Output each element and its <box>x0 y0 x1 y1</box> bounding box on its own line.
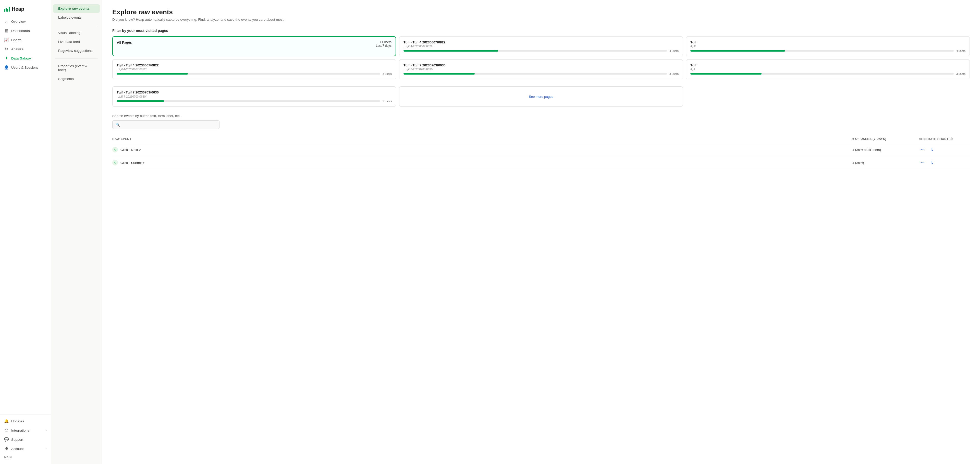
second-panel: Explore raw events Labeled events Visual… <box>51 0 102 464</box>
bar-container <box>690 73 954 75</box>
bar-fill <box>117 73 188 75</box>
sidebar-item-label: Analyze <box>11 47 24 51</box>
sidebar-item-support[interactable]: 💬 Support <box>0 435 51 444</box>
col-header-event: Raw event <box>112 137 853 141</box>
sidebar-bottom: 🔔 Updates ⬡ Integrations › 💬 Support ⚙ A… <box>0 414 51 460</box>
pages-grid-row1: All Pages 11 users Last 7 days Tgif - Tg… <box>112 36 970 79</box>
page-card-bar-row: 4 users <box>690 49 966 53</box>
users-cell: 4 (36%) <box>853 161 919 165</box>
logo-icon <box>4 6 10 12</box>
page-card-bar-row: 2 users <box>117 100 392 103</box>
sidebar-item-data-galaxy[interactable]: ✦ Data Galaxy <box>0 54 51 63</box>
event-cell: ↻ Click - Submit > <box>112 160 853 166</box>
search-input[interactable] <box>122 123 216 127</box>
bar-users: 4 users <box>670 49 679 53</box>
panel-item-properties[interactable]: Properties (event & user) <box>53 62 100 74</box>
see-more-pages-link[interactable]: See more pages <box>529 95 553 99</box>
table-row: ↻ Click - Next > 4 (36% of all users) 〰 … <box>112 143 970 156</box>
table-header: Raw event # of users (7 days) Generate c… <box>112 135 970 143</box>
bar-fill <box>117 100 164 102</box>
logo: Heap <box>0 4 51 17</box>
bar-container <box>404 50 667 52</box>
analyze-icon: ↻ <box>4 47 9 51</box>
info-icon[interactable]: ⓘ <box>950 137 953 141</box>
chart-icon: 📈 <box>4 38 9 42</box>
sidebar: Heap ⌂ Overview ▦ Dashboards 📈 Charts ↻ … <box>0 0 51 464</box>
page-card-bar-row: 3 users <box>117 72 392 75</box>
sidebar-nav: ⌂ Overview ▦ Dashboards 📈 Charts ↻ Analy… <box>0 17 51 414</box>
panel-item-segments[interactable]: Segments <box>53 75 100 83</box>
col-header-users: # of users (7 days) <box>853 137 919 141</box>
bar-users: 3 users <box>670 72 679 75</box>
page-card-sub: ...tgif-4-20230607t0822/ <box>117 68 392 71</box>
sidebar-item-analyze[interactable]: ↻ Analyze <box>0 45 51 54</box>
page-card-title: Tgif <box>690 63 966 68</box>
sidebar-section-main: Main <box>0 453 51 460</box>
panel-item-pageview-suggestions[interactable]: Pageview suggestions <box>53 46 100 55</box>
panel-item-live-data-feed[interactable]: Live data feed <box>53 38 100 46</box>
sidebar-item-overview[interactable]: ⌂ Overview <box>0 17 51 26</box>
page-title: Explore raw events <box>112 8 970 16</box>
page-card-title: Tgif - Tgif 7 20230703t0630 <box>117 90 392 95</box>
support-icon: 💬 <box>4 437 9 442</box>
page-card-tgif-top[interactable]: Tgif /tgif/ 4 users <box>686 36 970 56</box>
funnel-chart-button-1[interactable]: ⇂ <box>929 159 935 166</box>
sidebar-item-label: Overview <box>11 20 25 24</box>
chart-cell: 〰 ⇂ <box>919 146 970 153</box>
panel-item-visual-labeling[interactable]: Visual labeling <box>53 29 100 37</box>
line-chart-button-0[interactable]: 〰 <box>919 147 925 153</box>
page-card-title: Tgif - Tgif 7 20230703t0630 <box>404 63 679 68</box>
empty-cell <box>686 86 970 107</box>
grid-icon: ▦ <box>4 28 9 33</box>
event-icon: ↻ <box>112 147 118 153</box>
page-card-sub: ...tgif-4-20230607t0822/ <box>404 45 679 48</box>
page-card-bar-row: 3 users <box>690 72 966 75</box>
panel-item-labeled-events[interactable]: Labeled events <box>53 13 100 22</box>
sidebar-item-integrations[interactable]: ⬡ Integrations › <box>0 426 51 435</box>
sidebar-item-users-sessions[interactable]: 👤 Users & Sessions <box>0 63 51 72</box>
sidebar-item-account[interactable]: ⚙ Account › <box>0 444 51 453</box>
page-card-tgif7-0630-bot[interactable]: Tgif - Tgif 7 20230703t0630 ...tgif-7-20… <box>112 86 396 107</box>
see-more-pages-cell: See more pages <box>399 86 683 107</box>
page-card-title: Tgif - Tgif 4 20230607t0822 <box>117 63 392 68</box>
home-icon: ⌂ <box>4 19 9 24</box>
col-header-chart: Generate chart ⓘ <box>919 137 970 141</box>
event-icon: ↻ <box>112 160 118 166</box>
page-card-title: Tgif <box>690 40 966 45</box>
search-label: Search events by button text, form label… <box>112 114 970 118</box>
chevron-right-icon: › <box>46 429 47 432</box>
page-card-date: Last 7 days <box>376 44 391 48</box>
sidebar-item-updates[interactable]: 🔔 Updates <box>0 416 51 426</box>
panel-item-explore-raw-events[interactable]: Explore raw events <box>53 4 100 13</box>
bar-users: 3 users <box>383 72 392 75</box>
logo-bar-3 <box>7 9 8 12</box>
users-icon: 👤 <box>4 65 9 70</box>
table-row: ↻ Click - Submit > 4 (36%) 〰 ⇂ <box>112 156 970 169</box>
bar-container <box>690 50 954 52</box>
logo-bar-2 <box>6 8 6 12</box>
page-card-all-pages[interactable]: All Pages 11 users Last 7 days <box>112 36 396 56</box>
page-card-tgif4-0822-mid[interactable]: Tgif - Tgif 4 20230607t0822 ...tgif-4-20… <box>112 59 396 79</box>
bar-container <box>117 100 380 102</box>
page-card-sub: /tgif <box>690 68 966 71</box>
event-name: Click - Next > <box>121 148 141 152</box>
galaxy-icon: ✦ <box>4 56 9 61</box>
users-cell: 4 (36% of all users) <box>853 148 919 152</box>
page-card-tgif4-0822-top[interactable]: Tgif - Tgif 4 20230607t0822 ...tgif-4-20… <box>399 36 683 56</box>
sidebar-item-label: Updates <box>11 419 24 423</box>
pages-grid-row2: Tgif - Tgif 7 20230703t0630 ...tgif-7-20… <box>112 86 970 107</box>
line-chart-button-1[interactable]: 〰 <box>919 159 925 166</box>
bar-users: 4 users <box>956 49 966 53</box>
sidebar-item-dashboards[interactable]: ▦ Dashboards <box>0 26 51 35</box>
sidebar-item-label: Charts <box>11 38 21 42</box>
sidebar-item-charts[interactable]: 📈 Charts <box>0 35 51 45</box>
page-card-sub: /tgif/ <box>690 45 966 48</box>
funnel-chart-button-0[interactable]: ⇂ <box>929 146 935 153</box>
sidebar-item-label: Users & Sessions <box>11 65 38 69</box>
event-name: Click - Submit > <box>121 161 145 165</box>
page-card-sub: ...tgif-7-20230703t0630/ <box>117 95 392 98</box>
bar-fill <box>690 73 762 75</box>
integrations-icon: ⬡ <box>4 428 9 432</box>
page-card-tgif7-0630-mid[interactable]: Tgif - Tgif 7 20230703t0630 ...tgif-7-20… <box>399 59 683 79</box>
page-card-tgif-mid[interactable]: Tgif /tgif 3 users <box>686 59 970 79</box>
